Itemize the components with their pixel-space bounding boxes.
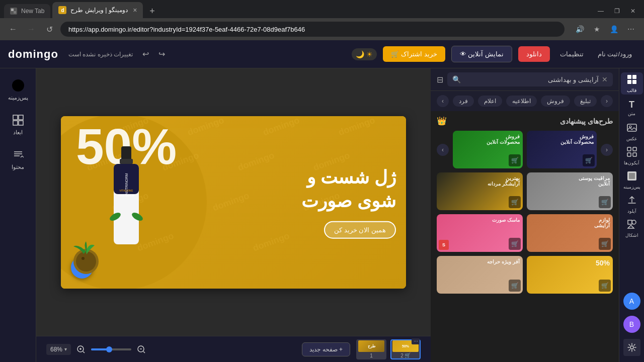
page-thumb-1[interactable]: طرح 1 [356,339,386,359]
user-avatar-2[interactable]: B [623,316,640,333]
read-aloud-icon[interactable]: 🔊 [573,22,587,36]
category-next-button[interactable]: › [437,95,449,107]
tab-inactive[interactable]: New Tab [4,4,50,18]
template-row-2: بهترینآرایشگر مردانه 🛒 مراقبت پوستیآنلای… [437,172,613,210]
url-bar[interactable] [60,22,565,37]
template-cart-icon-6[interactable]: 🛒 [599,238,611,250]
category-tag-announce[interactable]: اعلام [478,96,502,107]
template-card-1[interactable]: فروشمحصولات آنلاین 🛒 [453,131,523,168]
right-section: ⊟ 🔍 ✕ ‹ تبلیغ فروش اطلاعیه اعلام فرد › [431,68,644,362]
template-card-6[interactable]: لوازمآرایشی 🛒 [527,214,613,252]
tab-active[interactable]: d دومینگو | ویرایش طرح × [52,2,143,18]
coconut-decoration [68,241,104,279]
template-prev-button[interactable]: ‹ [437,144,449,156]
svg-rect-36 [627,153,631,156]
app-container: domingo تغییرات ذخیره نشده است ↩ ↪ 🌙 ☀ خ… [0,40,644,362]
right-icon-template[interactable]: قالب [621,72,643,95]
svg-point-33 [629,126,631,128]
download-button[interactable]: دانلود [518,46,550,62]
template-cart-icon-3[interactable]: 🛒 [509,196,521,208]
template-card-3[interactable]: بهترینآرایشگر مردانه 🛒 [437,172,523,210]
shapes-icon-label: اشکال [625,233,638,238]
right-icon-background[interactable]: پس‌زمینه [621,169,643,191]
restore-button[interactable]: ❐ [610,4,624,18]
design-canvas[interactable]: domingo domingo domingo domingo domingo … [61,116,406,289]
zoom-out-button[interactable] [135,343,147,355]
minimize-button[interactable]: — [594,4,608,18]
svg-rect-34 [627,147,631,151]
template-cart-icon-4[interactable]: 🛒 [599,196,611,208]
right-icon-photo[interactable]: عکس [621,121,643,143]
template-card-7[interactable]: آفر ویژه حراجه 🛒 [437,256,523,294]
category-tag-ad[interactable]: تبلیغ [574,96,597,107]
zoom-handle[interactable] [106,346,112,352]
right-icon-upload[interactable]: آپلود [621,193,643,215]
content-tool-icon [11,148,25,162]
template-cart-icon-5[interactable]: 🛒 [509,238,521,250]
category-tag-info[interactable]: اطلاعیه [506,96,537,107]
settings-gear-button[interactable] [623,339,640,356]
template-cart-icon-8[interactable]: 🛒 [599,280,611,292]
page-thumbnails: طرح 1 ⋯ 50% 2 [356,339,421,359]
template-cart-icon-2[interactable]: 🛒 [583,154,595,166]
redo-button[interactable]: ↪ [155,47,169,61]
tool-content[interactable]: محتوا [3,144,33,174]
back-button[interactable]: ← [6,22,20,36]
gear-icon [627,343,636,352]
search-wrapper: 🔍 ✕ [447,72,613,86]
category-tags: ‹ تبلیغ فروش اطلاعیه اعلام فرد › [431,91,619,111]
profile-icon[interactable]: 👤 [607,22,621,36]
undo-button[interactable]: ↩ [139,47,153,61]
refresh-button[interactable]: ↺ [42,22,56,36]
tool-background[interactable]: پس‌زمینه [3,74,33,105]
shapes-tool-label: ابعاد [13,129,23,136]
tab-close-btn[interactable]: × [133,6,137,14]
zoom-in-button[interactable] [75,343,87,355]
suggested-title: طرح‌های پیشنهادی [560,117,613,125]
template-card-2-text: فروشمحصولات آنلاین [527,131,597,148]
zoom-slider[interactable] [91,345,131,353]
close-button[interactable]: ✕ [626,4,640,18]
forward-button[interactable]: → [24,22,38,36]
arabic-text-area: ژل شست وشوی صورت همین الان خرید کن [301,166,396,239]
template-card-8[interactable]: 50% 🛒 [527,256,613,294]
page-thumb-2[interactable]: ⋯ 50% 2 🛒 [390,339,421,359]
template-grid: ‹ فروشمحصولات آنلاین 🛒 فروشمحصولات آنلای… [431,129,619,362]
template-cart-icon-7[interactable]: 🛒 [509,280,521,292]
thumb-options-icon[interactable]: ⋯ [412,338,420,344]
category-tag-sale[interactable]: فروش [541,96,570,107]
template-card-4[interactable]: مراقبت پوستیآنلاین 🛒 [527,172,613,210]
new-page-button[interactable]: + صفحه جدید [302,342,350,356]
settings-dots-icon[interactable]: ⋯ [624,22,638,36]
template-row-1: ‹ فروشمحصولات آنلاین 🛒 فروشمحصولات آنلای… [437,131,613,168]
right-icon-icons[interactable]: آیکون‌ها [621,145,643,167]
filter-button[interactable]: ⊟ [437,75,443,84]
template-card-2[interactable]: فروشمحصولات آنلاین 🛒 [527,131,597,168]
svg-rect-32 [627,124,636,131]
svg-rect-31 [632,80,636,84]
share-button[interactable]: خرید اشتراک 🛒 [383,46,445,62]
template-next-button[interactable]: › [601,144,613,156]
template-search-input[interactable] [464,76,599,83]
right-icon-shapes[interactable]: اشکال [621,217,643,239]
settings-button[interactable]: تنظیمات [556,46,588,62]
category-tag-other[interactable]: فرد [453,96,474,107]
theme-toggle[interactable]: 🌙 ☀ [352,48,377,60]
favorites-icon[interactable]: ★ [590,22,604,36]
canvas-wrapper: domingo domingo domingo domingo domingo … [36,68,431,336]
search-clear-icon[interactable]: ✕ [602,75,608,83]
tab-active-label: دومینگو | ویرایش طرح [70,7,127,14]
tool-shapes[interactable]: ابعاد [3,109,33,140]
login-button[interactable]: ورود/ثبت نام [594,46,636,62]
category-prev-button[interactable]: ‹ [601,95,613,107]
tab-bar: New Tab d دومینگو | ویرایش طرح × + — ❐ ✕ [0,0,644,18]
upload-icon-label: آپلود [627,209,636,214]
template-badge-5: S [439,240,449,250]
right-icon-text[interactable]: T متن [621,97,643,119]
user-avatar-1[interactable]: A [623,293,640,310]
preview-button[interactable]: نمایش آنلاین 👁 [451,46,512,62]
zoom-level-display[interactable]: 68% ▾ [46,344,71,355]
template-card-5[interactable]: S ماسک صورت 🛒 [437,214,523,252]
new-tab-button[interactable]: + [145,4,159,18]
template-cart-icon-1[interactable]: 🛒 [509,154,521,166]
